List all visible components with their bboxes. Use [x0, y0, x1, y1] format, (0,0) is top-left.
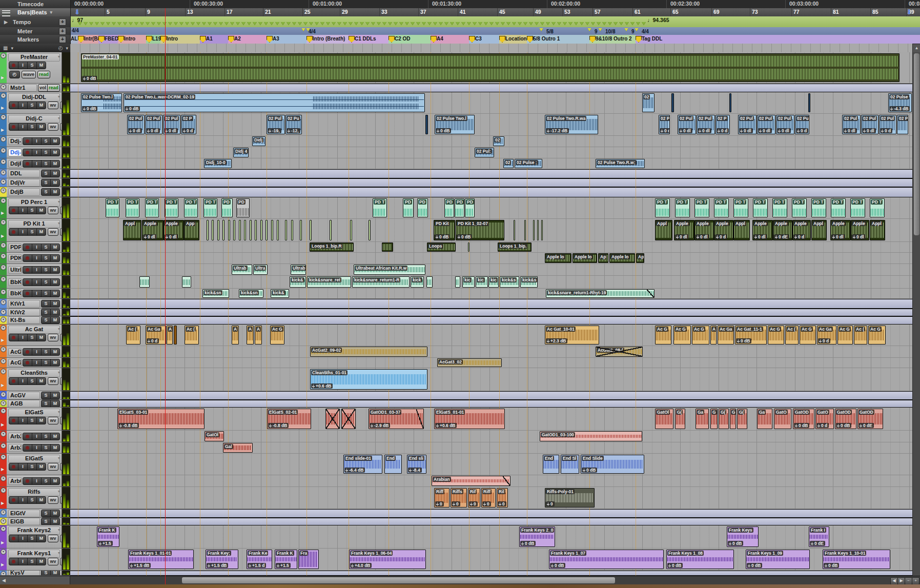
content-row-frank-keys2[interactable]: Frank K+1.5Frank Keys 2_00 dBFrank Keys0…: [70, 525, 912, 549]
tempo-event-triangle[interactable]: [287, 22, 291, 25]
track-row-frank-keys2[interactable]: ▾▶Frank Keys2▾ISMwvred: [0, 525, 70, 549]
solo-button[interactable]: S: [41, 359, 51, 367]
tempo-event-triangle[interactable]: [636, 22, 640, 25]
audio-clip[interactable]: 02 Pulse Two.R.w;: [596, 159, 645, 168]
audio-clip[interactable]: [212, 220, 214, 240]
content-row-didj-c[interactable]: 02 Pul0 dl02 Pul0 dl02 Pul0 dl02 P0 d02 …: [70, 114, 912, 136]
clip-gain-badge[interactable]: 0 d: [660, 128, 670, 133]
record-button[interactable]: [23, 149, 32, 156]
tempo-event-triangle[interactable]: [112, 22, 116, 25]
audio-clip[interactable]: [808, 93, 810, 112]
track-row-didj-ddl[interactable]: ▾▶Didj-DDL▾ISMwvred: [0, 92, 70, 114]
tempo-event-triangle[interactable]: [484, 22, 488, 25]
track-row-agb[interactable]: ▾AGBSM: [0, 400, 70, 408]
clip-gain-badge[interactable]: 0: [546, 501, 555, 506]
content-row-elgat5[interactable]: End slide-01-6.4 dBEndEnd sli-8.4EndEnd …: [70, 454, 912, 475]
solo-button[interactable]: S: [41, 160, 51, 168]
mute-button[interactable]: M: [50, 348, 60, 356]
tempo-event-triangle[interactable]: [326, 22, 330, 25]
track-color-strip[interactable]: ▾▶: [0, 454, 7, 475]
audio-clip[interactable]: 02 Pul0 dl: [127, 115, 145, 134]
track-color-strip[interactable]: ▾▶: [0, 368, 7, 391]
audio-clip[interactable]: 02: [503, 159, 514, 168]
clip-gain-badge[interactable]: 0 dB: [125, 106, 140, 111]
track-row-elgats[interactable]: ▾▶ElGatS▾ISMwvred: [0, 408, 70, 431]
audio-clip[interactable]: 02 P0 d: [715, 115, 730, 134]
audio-clip[interactable]: Frank Keys 1_080 dB: [666, 550, 734, 569]
mute-button[interactable]: M: [36, 417, 46, 424]
solo-button[interactable]: S: [27, 102, 37, 109]
track-color-strip[interactable]: ▾: [0, 309, 7, 316]
audio-clip[interactable]: kic: [462, 276, 475, 288]
audio-clip[interactable]: End slide-01-6.4 dB: [343, 455, 382, 474]
record-button[interactable]: [23, 244, 32, 251]
clip-gain-badge[interactable]: 0 d: [880, 128, 892, 133]
clip-gain-badge[interactable]: 0 dl: [679, 128, 692, 133]
audio-clip[interactable]: kick&snare_return1-R: [352, 276, 410, 288]
audio-clip[interactable]: Ac G: [270, 326, 284, 344]
audio-clip[interactable]: [222, 220, 224, 240]
marker-label[interactable]: Intro: [124, 36, 135, 42]
track-name[interactable]: ArbG: [8, 477, 22, 485]
audio-clip[interactable]: G(: [719, 409, 729, 429]
track-row-acgv[interactable]: ▾AcGVSM: [0, 391, 70, 400]
content-row-elgtv[interactable]: [70, 509, 912, 518]
tempo-event-triangle[interactable]: [506, 22, 510, 25]
track-row-ddjvr[interactable]: ▾DdjVrSM: [0, 178, 70, 187]
track-collapse-icon[interactable]: ▾: [1, 289, 6, 295]
tempo-event-triangle[interactable]: [518, 22, 522, 25]
audio-clip[interactable]: kick: [411, 276, 424, 288]
clip-gain-badge[interactable]: 0 d: [182, 128, 194, 133]
track-collapse-icon[interactable]: ▾: [1, 159, 6, 165]
track-name[interactable]: KtVr2: [8, 309, 40, 316]
clip-gain-badge[interactable]: +0.6 dB: [435, 423, 457, 428]
waveform-view-button[interactable]: wv: [48, 417, 58, 424]
meter-event-triangle[interactable]: [301, 28, 305, 31]
tempo-event-triangle[interactable]: [213, 22, 217, 25]
audio-clip[interactable]: [139, 276, 150, 288]
clip-gain-badge[interactable]: 0 dl: [739, 128, 753, 133]
audio-clip[interactable]: PD T: [850, 198, 865, 217]
audio-clip[interactable]: 02 Pul0 dl: [697, 115, 715, 134]
audio-clip[interactable]: kick&snare_ret: [307, 276, 351, 288]
track-row-acg2[interactable]: ▾AcG2ISM: [0, 346, 70, 358]
mute-button[interactable]: M: [50, 392, 60, 399]
track-color-strip[interactable]: ▾▶: [0, 525, 7, 548]
track-collapse-icon[interactable]: ▾: [1, 309, 6, 315]
audio-clip[interactable]: [217, 220, 219, 240]
audio-clip[interactable]: [671, 93, 674, 112]
audio-clip[interactable]: Appl: [733, 220, 750, 240]
meter-ruler[interactable]: 4/44/45/8910/894/4 Meter +: [0, 27, 920, 35]
waveform-view-button[interactable]: wv: [48, 377, 58, 385]
clip-gain-badge[interactable]: 0: [469, 501, 478, 506]
mute-button[interactable]: M: [36, 377, 46, 385]
audio-clip[interactable]: GatOl: [205, 431, 224, 441]
tempo-change-value[interactable]: ♩94.365: [647, 17, 669, 23]
track-row-riffs[interactable]: ▾▶Riffs▾ISMwvred: [0, 487, 70, 509]
audio-clip[interactable]: PD T: [772, 198, 787, 217]
audio-clip[interactable]: [425, 115, 428, 134]
content-row-elgb[interactable]: [70, 518, 912, 525]
tempo-event-triangle[interactable]: [84, 22, 88, 25]
record-button[interactable]: [9, 535, 18, 542]
audio-clip[interactable]: 02 Pul0 dl: [842, 115, 861, 134]
audio-clip[interactable]: Frank K+1.5: [97, 526, 119, 547]
audio-clip[interactable]: Frank Keys0 dB: [727, 526, 759, 547]
tempo-event-triangle[interactable]: [247, 22, 251, 25]
audio-clip[interactable]: Ac G: [800, 326, 816, 344]
tempo-event-triangle[interactable]: [208, 22, 212, 25]
clip-gain-badge[interactable]: 0: [498, 501, 506, 506]
clip-gain-badge[interactable]: 0: [435, 501, 444, 506]
mute-button[interactable]: M: [36, 228, 46, 236]
waveform-view-button[interactable]: wv: [48, 334, 58, 341]
audio-clip[interactable]: kick&s: [500, 276, 519, 288]
content-row-acgv[interactable]: [70, 391, 912, 400]
audio-clip[interactable]: Ultra: [253, 265, 268, 275]
audio-clip[interactable]: [233, 220, 235, 240]
audio-clip[interactable]: [468, 242, 469, 252]
vertical-scrollbar[interactable]: [912, 52, 920, 576]
input-monitor-button[interactable]: I: [18, 123, 28, 131]
clip-gain-badge[interactable]: 0 dB: [457, 234, 472, 239]
record-button[interactable]: [23, 433, 32, 440]
clip-gain-badge[interactable]: +1.5 dB: [129, 563, 151, 568]
